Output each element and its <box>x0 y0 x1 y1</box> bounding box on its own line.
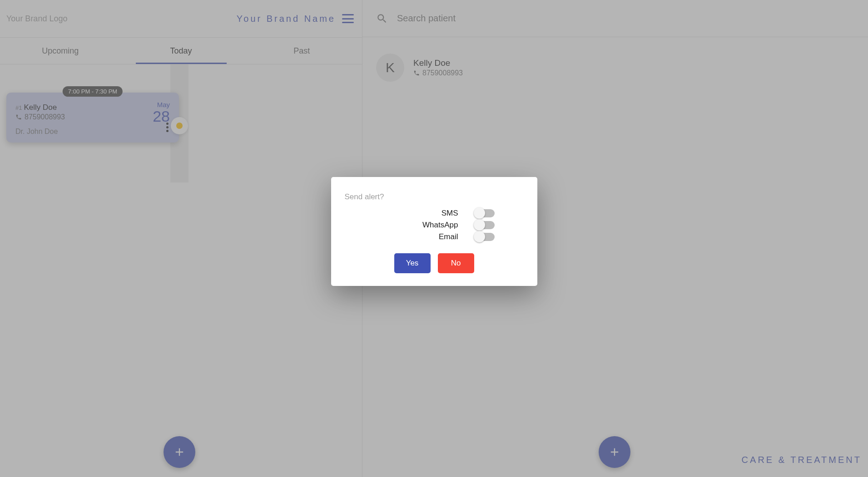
toggle-email[interactable] <box>475 233 495 241</box>
toggle-knob <box>474 207 485 219</box>
dialog-title: Send alert? <box>345 192 524 202</box>
alert-row-email: Email <box>345 232 524 241</box>
modal-overlay[interactable]: Send alert? SMS WhatsApp Email Yes No <box>0 0 868 477</box>
toggle-sms[interactable] <box>475 209 495 217</box>
alert-label-email: Email <box>439 232 458 241</box>
dialog-actions: Yes No <box>345 253 524 273</box>
toggle-whatsapp[interactable] <box>475 221 495 229</box>
toggle-knob <box>474 231 485 242</box>
yes-button[interactable]: Yes <box>394 253 431 273</box>
alert-row-sms: SMS <box>345 209 524 218</box>
alert-label-sms: SMS <box>441 209 458 218</box>
alert-row-whatsapp: WhatsApp <box>345 221 524 230</box>
send-alert-dialog: Send alert? SMS WhatsApp Email Yes No <box>331 177 537 286</box>
alert-label-whatsapp: WhatsApp <box>422 221 458 230</box>
toggle-knob <box>474 219 485 231</box>
no-button[interactable]: No <box>438 253 474 273</box>
